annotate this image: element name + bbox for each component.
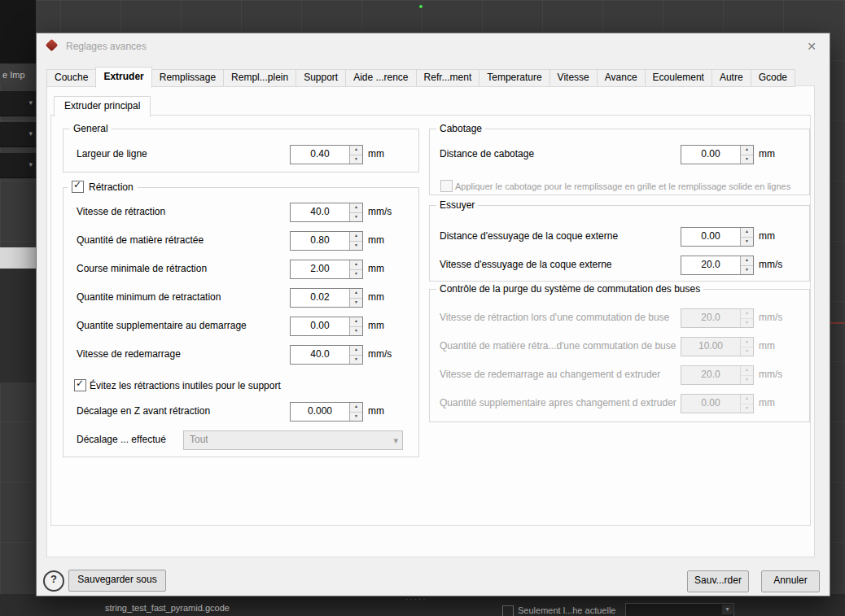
- spin-purge-vitesse-redemarrage: 20.0 ▲▼: [681, 365, 754, 385]
- spin-down-button[interactable]: ▼: [350, 213, 362, 222]
- tab-extruder[interactable]: Extruder: [95, 67, 151, 88]
- screen: e Imp ▾ ▾ ▾ string_test_fast_pyramid.gco…: [0, 0, 845, 616]
- spin-up-button: ▲: [741, 309, 753, 319]
- save-as-button[interactable]: Sauvegarder sous: [68, 570, 166, 592]
- spin-up-button[interactable]: ▲: [350, 203, 362, 213]
- tab-vitesse[interactable]: Vitesse: [549, 69, 598, 87]
- tab-remplissage[interactable]: Remplissage: [151, 69, 224, 87]
- sidebar-row[interactable]: ▾: [0, 153, 36, 178]
- close-icon[interactable]: ✕: [802, 38, 821, 55]
- spin-up-button: ▲: [741, 395, 753, 404]
- spin-up-button[interactable]: ▲: [350, 146, 362, 155]
- sidebar-row[interactable]: ▾: [0, 122, 36, 147]
- spin-down-button[interactable]: ▼: [350, 356, 362, 365]
- spin-down-button[interactable]: ▼: [350, 327, 362, 336]
- help-button[interactable]: ?: [43, 570, 64, 592]
- spin-down-button[interactable]: ▼: [350, 270, 362, 279]
- current-layer-checkbox[interactable]: [502, 605, 514, 616]
- row-quantite-supplementaire: Quantite supplementaire au demarrage 0.0…: [63, 317, 418, 334]
- setting-label: Décalage ... effectué: [77, 434, 166, 445]
- spin-vitesse-essuyage[interactable]: 20.0 ▲▼: [681, 256, 754, 275]
- spin-down-button[interactable]: ▼: [350, 299, 362, 308]
- group-title: General: [70, 123, 112, 134]
- checkbox-retraction[interactable]: [72, 181, 84, 193]
- spin-value: 0.02: [291, 289, 349, 307]
- sidebar-tab[interactable]: e Imp: [0, 65, 38, 85]
- spin-value: 0.40: [291, 146, 349, 164]
- spin-up-button[interactable]: ▲: [741, 256, 753, 266]
- save-button[interactable]: Sauv...rder: [687, 570, 749, 592]
- spin-down-button[interactable]: ▼: [741, 266, 753, 275]
- row-largeur-ligne: Largeur de ligne 0.40 ▲▼ mm: [63, 145, 418, 163]
- spin-distance-essuyage[interactable]: 0.00 ▲▼: [681, 227, 754, 247]
- spin-decalage-z[interactable]: 0.000 ▲▼: [290, 402, 363, 422]
- tab-autre[interactable]: Autre: [711, 69, 751, 87]
- spin-down-button[interactable]: ▼: [350, 413, 362, 422]
- spin-down-button[interactable]: ▼: [350, 155, 362, 164]
- spin-down-button[interactable]: ▼: [350, 242, 362, 251]
- spin-up-button[interactable]: ▲: [350, 317, 362, 327]
- tab-temperature[interactable]: Temperature: [479, 69, 549, 87]
- spin-up-button[interactable]: ▲: [350, 260, 362, 270]
- bottom-combo[interactable]: ▾: [625, 603, 734, 616]
- setting-unit: mm: [368, 148, 384, 159]
- dialog-reglages-avances: Reglages avances ✕ Couche Extruder Rempl…: [36, 33, 830, 596]
- axis-tick: [830, 322, 845, 324]
- spin-up-button: ▲: [741, 366, 753, 376]
- group-essuyer: Essuyer Distance d'essuyage de la coque …: [429, 205, 810, 282]
- chevron-down-icon: ▾: [28, 98, 33, 107]
- tab-extruder-principal[interactable]: Extruder principal: [54, 96, 151, 117]
- spin-value: 40.0: [291, 346, 349, 364]
- tab-avance[interactable]: Avance: [597, 69, 646, 87]
- spinner-buttons: ▲▼: [349, 346, 362, 364]
- spin-quantite-minimum[interactable]: 0.02 ▲▼: [290, 288, 363, 308]
- sidebar-row[interactable]: ▾: [0, 91, 36, 116]
- tab-ecoulement[interactable]: Ecoulement: [645, 69, 712, 87]
- setting-unit: mm/s: [759, 369, 782, 380]
- app-icon: [46, 39, 59, 52]
- axis-origin-dot: [419, 5, 422, 8]
- spin-vitesse-redemarrage[interactable]: 40.0 ▲▼: [290, 345, 363, 365]
- spin-vitesse-retraction[interactable]: 40.0 ▲▼: [290, 203, 363, 222]
- group-title: Essuyer: [436, 199, 478, 211]
- setting-unit: mm/s: [759, 259, 782, 270]
- spin-up-button[interactable]: ▲: [350, 289, 362, 299]
- spin-quantite-supplementaire[interactable]: 0.00 ▲▼: [290, 317, 363, 336]
- spin-value: 20.0: [681, 309, 740, 327]
- combo-value: Tout: [190, 434, 208, 445]
- checkbox-appliquer-cabotage: [440, 180, 453, 192]
- cancel-button[interactable]: Annuler: [761, 570, 820, 592]
- tab-aide-adherence[interactable]: Aide ...rence: [345, 69, 416, 87]
- spin-up-button[interactable]: ▲: [741, 146, 753, 155]
- spin-quantite-retractee[interactable]: 0.80 ▲▼: [290, 231, 363, 251]
- spinner-buttons: ▲▼: [740, 366, 753, 384]
- tab-rempl-plein[interactable]: Rempl...plein: [223, 69, 296, 87]
- row-vitesse-redemarrage: Vitesse de redemarrage 40.0 ▲▼ mm/s: [63, 345, 418, 363]
- tab-refroidissement[interactable]: Refr...ment: [416, 69, 480, 87]
- setting-unit: mm: [368, 291, 384, 303]
- spin-down-button[interactable]: ▼: [741, 238, 753, 247]
- spin-distance-cabotage[interactable]: 0.00 ▲▼: [681, 145, 754, 164]
- spinner-buttons: ▲▼: [349, 146, 362, 164]
- checkbox-eviter-retractions[interactable]: [74, 379, 86, 391]
- spin-purge-vitesse-retraction: 20.0 ▲▼: [681, 308, 754, 328]
- tab-couche[interactable]: Couche: [46, 69, 96, 87]
- dialog-title: Reglages avances: [66, 41, 147, 52]
- spin-up-button[interactable]: ▲: [350, 403, 362, 413]
- sidebar-row-light[interactable]: [0, 247, 36, 269]
- spin-down-button[interactable]: ▼: [741, 155, 753, 164]
- spin-course-minimale[interactable]: 2.00 ▲▼: [290, 260, 363, 279]
- status-bar: string_test_fast_pyramid.gcode ····· Seu…: [0, 594, 845, 616]
- setting-label: Course minimale de rétraction: [77, 263, 207, 274]
- spin-up-button[interactable]: ▲: [350, 232, 362, 242]
- tab-page-extruder: Extruder principal General Largeur de li…: [46, 85, 815, 557]
- setting-unit: mm: [368, 234, 384, 246]
- row-quantite-retractee: Quantité de matière rétractée 0.80 ▲▼ mm: [63, 231, 418, 249]
- spin-largeur-ligne[interactable]: 0.40 ▲▼: [290, 145, 363, 164]
- spin-up-button[interactable]: ▲: [741, 228, 753, 238]
- spin-up-button[interactable]: ▲: [350, 346, 362, 356]
- row-quantite-minimum: Quantite minimum de retractation 0.02 ▲▼…: [63, 288, 418, 306]
- tab-support[interactable]: Support: [296, 69, 346, 87]
- row-purge-quantite-supplementaire: Quantité supplementaire apres changement…: [430, 394, 809, 412]
- tab-gcode[interactable]: Gcode: [751, 69, 795, 87]
